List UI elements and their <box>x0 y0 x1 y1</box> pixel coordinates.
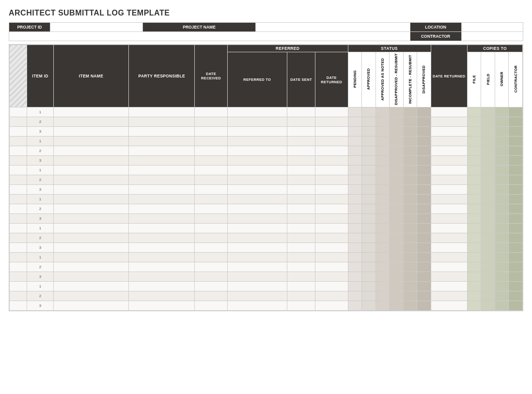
contractor-cell[interactable] <box>509 175 523 185</box>
date-sent-cell[interactable] <box>287 301 315 311</box>
file-cell[interactable] <box>467 243 481 253</box>
disapproved-cell[interactable] <box>417 107 431 117</box>
field-cell[interactable] <box>481 146 495 156</box>
incomplete-resubmit-cell[interactable] <box>403 156 417 166</box>
referred-to-cell[interactable] <box>227 195 287 204</box>
contractor-cell[interactable] <box>509 262 523 272</box>
approved-noted-cell[interactable] <box>376 175 390 185</box>
approved-noted-cell[interactable] <box>376 156 390 166</box>
referred-to-cell[interactable] <box>227 282 287 291</box>
date-sent-cell[interactable] <box>287 243 315 253</box>
date-received-cell[interactable] <box>195 107 227 117</box>
party-responsible-cell[interactable] <box>129 156 195 166</box>
date-returned-cell[interactable] <box>315 127 348 136</box>
date-sent-cell[interactable] <box>287 166 315 175</box>
file-cell[interactable] <box>467 262 481 272</box>
disapproved-cell[interactable] <box>417 233 431 243</box>
pending-cell[interactable] <box>348 214 362 224</box>
disapproved-resubmit-cell[interactable] <box>390 107 404 117</box>
disapproved-resubmit-cell[interactable] <box>390 146 404 156</box>
approved-cell[interactable] <box>362 291 376 301</box>
item-name-cell[interactable] <box>53 175 129 185</box>
date-received-cell[interactable] <box>195 166 227 175</box>
date-returned2-cell[interactable] <box>431 185 467 195</box>
file-cell[interactable] <box>467 195 481 204</box>
referred-to-cell[interactable] <box>227 156 287 166</box>
party-responsible-cell[interactable] <box>129 282 195 291</box>
referred-to-cell[interactable] <box>227 214 287 224</box>
party-responsible-cell[interactable] <box>129 262 195 272</box>
party-responsible-cell[interactable] <box>129 107 195 117</box>
incomplete-resubmit-cell[interactable] <box>403 243 417 253</box>
incomplete-resubmit-cell[interactable] <box>403 185 417 195</box>
approved-noted-cell[interactable] <box>376 282 390 291</box>
party-responsible-cell[interactable] <box>129 166 195 175</box>
referred-to-cell[interactable] <box>227 117 287 127</box>
date-sent-cell[interactable] <box>287 282 315 291</box>
approved-cell[interactable] <box>362 253 376 262</box>
item-name-cell[interactable] <box>53 156 129 166</box>
approved-cell[interactable] <box>362 233 376 243</box>
disapproved-cell[interactable] <box>417 262 431 272</box>
contractor-name-value[interactable] <box>461 32 523 41</box>
date-returned-cell[interactable] <box>315 195 348 204</box>
contractor-cell[interactable] <box>509 136 523 146</box>
party-responsible-cell[interactable] <box>129 272 195 282</box>
item-name-cell[interactable] <box>53 301 129 311</box>
referred-to-cell[interactable] <box>227 185 287 195</box>
contractor-cell[interactable] <box>509 272 523 282</box>
pending-cell[interactable] <box>348 291 362 301</box>
file-cell[interactable] <box>467 272 481 282</box>
disapproved-cell[interactable] <box>417 195 431 204</box>
file-cell[interactable] <box>467 224 481 233</box>
date-sent-cell[interactable] <box>287 214 315 224</box>
date-returned-cell[interactable] <box>315 243 348 253</box>
contractor-cell[interactable] <box>509 166 523 175</box>
file-cell[interactable] <box>467 117 481 127</box>
contractor-cell[interactable] <box>509 291 523 301</box>
date-returned2-cell[interactable] <box>431 253 467 262</box>
date-returned-cell[interactable] <box>315 262 348 272</box>
incomplete-resubmit-cell[interactable] <box>403 136 417 146</box>
date-returned-cell[interactable] <box>315 224 348 233</box>
disapproved-resubmit-cell[interactable] <box>390 243 404 253</box>
field-cell[interactable] <box>481 262 495 272</box>
incomplete-resubmit-cell[interactable] <box>403 291 417 301</box>
date-sent-cell[interactable] <box>287 175 315 185</box>
owner-cell[interactable] <box>495 282 509 291</box>
incomplete-resubmit-cell[interactable] <box>403 262 417 272</box>
pending-cell[interactable] <box>348 204 362 214</box>
item-name-cell[interactable] <box>53 107 129 117</box>
file-cell[interactable] <box>467 214 481 224</box>
disapproved-cell[interactable] <box>417 282 431 291</box>
disapproved-resubmit-cell[interactable] <box>390 156 404 166</box>
date-returned2-cell[interactable] <box>431 282 467 291</box>
date-sent-cell[interactable] <box>287 233 315 243</box>
approved-noted-cell[interactable] <box>376 107 390 117</box>
date-returned-cell[interactable] <box>315 291 348 301</box>
contractor-cell[interactable] <box>509 253 523 262</box>
field-cell[interactable] <box>481 185 495 195</box>
incomplete-resubmit-cell[interactable] <box>403 214 417 224</box>
pending-cell[interactable] <box>348 175 362 185</box>
owner-cell[interactable] <box>495 291 509 301</box>
party-responsible-cell[interactable] <box>129 253 195 262</box>
referred-to-cell[interactable] <box>227 291 287 301</box>
incomplete-resubmit-cell[interactable] <box>403 127 417 136</box>
date-received-cell[interactable] <box>195 195 227 204</box>
date-sent-cell[interactable] <box>287 117 315 127</box>
disapproved-cell[interactable] <box>417 291 431 301</box>
date-sent-cell[interactable] <box>287 291 315 301</box>
approved-noted-cell[interactable] <box>376 136 390 146</box>
owner-cell[interactable] <box>495 185 509 195</box>
disapproved-resubmit-cell[interactable] <box>390 117 404 127</box>
owner-cell[interactable] <box>495 214 509 224</box>
file-cell[interactable] <box>467 146 481 156</box>
date-received-cell[interactable] <box>195 185 227 195</box>
item-name-cell[interactable] <box>53 166 129 175</box>
contractor-cell[interactable] <box>509 224 523 233</box>
approved-cell[interactable] <box>362 301 376 311</box>
party-responsible-cell[interactable] <box>129 127 195 136</box>
contractor-cell[interactable] <box>509 107 523 117</box>
party-responsible-cell[interactable] <box>129 301 195 311</box>
